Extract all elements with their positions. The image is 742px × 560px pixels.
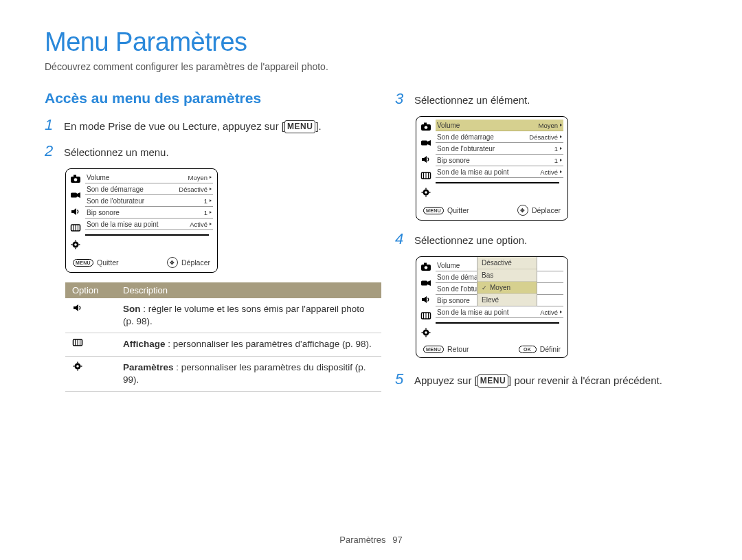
svg-rect-51	[429, 332, 431, 333]
footer-set-label: Définir	[540, 345, 561, 353]
gear-icon	[420, 187, 432, 197]
svg-point-26	[425, 126, 428, 129]
step-4: 4 Sélectionnez une option.	[395, 230, 697, 248]
menu-button-label: MENU	[284, 120, 315, 133]
footer-move-label: Déplacer	[532, 206, 561, 214]
screen-row: Son de démarrageDésactivé	[85, 183, 213, 195]
footer-quit-label: Quitter	[447, 206, 469, 214]
screen-row: Son de la mise au pointActivé	[85, 219, 213, 230]
step-number: 3	[395, 90, 414, 108]
footer-page-number: 97	[392, 535, 402, 545]
svg-rect-35	[425, 195, 426, 197]
page-subtitle: Découvrez comment configurer les paramèt…	[45, 61, 697, 72]
chevron-right-icon	[560, 135, 562, 138]
svg-rect-50	[422, 332, 423, 333]
table-row: Son : régler le volume et les sons émis …	[65, 298, 381, 333]
display-icon	[420, 311, 432, 321]
step-5-text-post: ] pour revenir à l'écran précédent.	[508, 374, 662, 386]
chevron-right-icon	[210, 176, 212, 179]
menu-pill-icon: MENU	[73, 259, 93, 267]
menu-pill-icon: MENU	[423, 207, 444, 214]
dropdown-panel: Désactivé Bas ✓Moyen Elevé	[477, 256, 537, 306]
video-icon	[69, 190, 82, 200]
menu-pill-icon: MENU	[423, 346, 444, 353]
svg-rect-36	[422, 192, 423, 192]
footer-section-label: Paramètres	[339, 535, 385, 545]
video-icon	[420, 278, 432, 288]
svg-rect-25	[424, 122, 427, 124]
camera-icon	[420, 121, 432, 131]
sound-icon	[69, 206, 82, 216]
nav-cross-icon: ✥	[517, 205, 528, 216]
step-5-text-pre: Appuyez sur [	[414, 374, 477, 386]
step-4-text: Sélectionnez une option.	[414, 233, 697, 247]
svg-point-2	[74, 178, 78, 181]
screen-row: VolumeMoyen	[85, 172, 213, 183]
svg-rect-20	[77, 361, 78, 363]
step-2-text: Sélectionnez un menu.	[64, 145, 354, 159]
step-3: 3 Sélectionnez un élément.	[395, 90, 697, 108]
svg-rect-3	[71, 192, 77, 197]
step-1: 1 En mode Prise de vue ou Lecture, appuy…	[45, 116, 354, 134]
display-icon	[72, 338, 109, 348]
step-5: 5 Appuyez sur [MENU] pour revenir à l'éc…	[395, 370, 697, 388]
step-3-text: Sélectionnez un élément.	[414, 93, 697, 107]
chevron-right-icon	[210, 223, 212, 225]
svg-rect-37	[429, 192, 431, 192]
screen-side-icons	[416, 117, 436, 201]
screen-row: Son de l'obturateur1	[436, 143, 563, 155]
screen-side-icons	[66, 169, 85, 254]
svg-rect-13	[79, 244, 80, 245]
screen-rows: VolumeMoyen Son de démarrageDésactivé So…	[85, 169, 217, 254]
svg-rect-34	[425, 188, 426, 189]
table-header-option: Option	[65, 282, 116, 298]
step-number: 1	[45, 116, 64, 134]
video-icon	[420, 137, 432, 148]
svg-rect-12	[71, 244, 73, 245]
camera-icon	[69, 173, 82, 183]
svg-rect-39	[424, 262, 427, 265]
table-row: Paramètres : personnaliser les paramètre…	[65, 356, 381, 391]
options-table: Option Description Son : régler le volum…	[65, 282, 381, 392]
svg-rect-22	[74, 366, 75, 366]
nav-cross-icon: ✥	[167, 257, 178, 268]
chevron-right-icon	[560, 170, 562, 173]
svg-rect-27	[421, 140, 427, 145]
svg-rect-48	[425, 328, 426, 329]
footer-move-label: Déplacer	[181, 258, 210, 267]
footer-back-label: Retour	[447, 345, 469, 353]
screen-row: Son de l'obturateur1	[85, 195, 213, 207]
svg-rect-11	[75, 247, 76, 249]
page-title: Menu Paramètres	[45, 27, 697, 57]
svg-rect-21	[77, 369, 78, 370]
sound-icon	[72, 303, 109, 313]
table-header-description: Description	[116, 282, 381, 298]
ok-pill-icon: OK	[519, 346, 537, 353]
dropdown-option: Désactivé	[477, 257, 537, 269]
chevron-right-icon	[210, 199, 212, 202]
svg-point-47	[425, 331, 427, 334]
sound-icon	[420, 294, 432, 304]
check-icon: ✓	[482, 284, 487, 291]
step-number: 2	[45, 142, 64, 160]
chevron-right-icon	[560, 147, 562, 150]
screen-row: Bip sonore1	[85, 207, 213, 219]
dropdown-option: Bas	[477, 269, 537, 282]
svg-point-19	[76, 365, 79, 368]
step-1-text-post: ].	[315, 120, 321, 132]
section-heading: Accès au menu des paramètres	[45, 90, 354, 107]
chevron-right-icon	[210, 188, 212, 190]
chevron-right-icon	[560, 311, 562, 313]
menu-button-label: MENU	[477, 374, 508, 388]
table-row: Affichage : personnaliser les paramètres…	[65, 333, 381, 356]
camera-screen-step-4: Volume Son de déma Son de l'obtu Bip son…	[416, 256, 568, 358]
display-icon	[420, 170, 432, 181]
camera-icon	[420, 261, 432, 271]
screen-row: Son de démarrageDésactivé	[436, 131, 563, 143]
footer-quit-label: Quitter	[97, 258, 119, 267]
svg-point-9	[74, 243, 77, 246]
step-1-text-pre: En mode Prise de vue ou Lecture, appuyez…	[64, 120, 284, 132]
step-number: 4	[395, 230, 414, 248]
gear-icon	[420, 327, 432, 337]
display-icon	[69, 223, 82, 233]
